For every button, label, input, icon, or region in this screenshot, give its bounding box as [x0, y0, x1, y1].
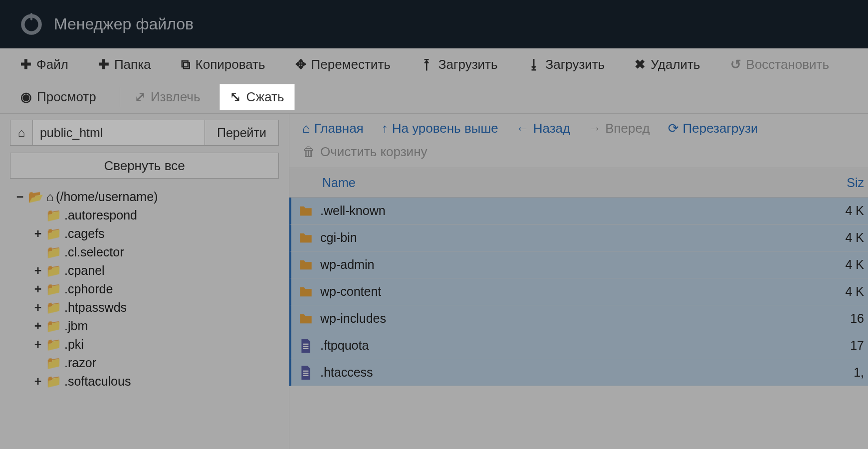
- main-panel: ⌂Главная ↑На уровень выше ←Назад →Вперед…: [289, 114, 868, 449]
- file-size: 4 K: [828, 204, 868, 218]
- separator: [120, 87, 120, 107]
- home-button[interactable]: ⌂: [10, 120, 33, 146]
- tree-item[interactable]: +📁.cphorde: [10, 280, 279, 298]
- col-name-header[interactable]: Name: [320, 176, 828, 190]
- expand-icon[interactable]: +: [33, 337, 43, 352]
- tree-item-label: .jbm: [64, 319, 88, 333]
- tree-item[interactable]: +📁.cpanel: [10, 261, 279, 280]
- table-header: Name Siz: [289, 168, 868, 198]
- table-row[interactable]: cgi-bin4 K: [289, 224, 868, 251]
- move-icon: ✥: [295, 57, 306, 72]
- expand-icon[interactable]: +: [33, 374, 43, 389]
- file-size: 4 K: [828, 284, 868, 299]
- upload-button[interactable]: ⭱Загрузить: [410, 51, 508, 78]
- folder-icon: 📁: [46, 337, 61, 352]
- upload-icon: ⭱: [421, 57, 434, 72]
- tree-root-label: (/home/username): [56, 190, 158, 204]
- file-name: wp-content: [320, 284, 828, 299]
- plus-icon: ✚: [98, 57, 109, 72]
- tree-item[interactable]: +📁.softaculous: [10, 372, 279, 391]
- tree-item-label: .cpanel: [64, 263, 105, 278]
- svg-rect-4: [303, 370, 309, 371]
- expand-icon[interactable]: +: [33, 300, 43, 315]
- tree-item-label: .cphorde: [64, 282, 113, 296]
- tree-item-label: .cagefs: [64, 226, 105, 241]
- file-name: .htaccess: [320, 365, 828, 380]
- file-name: wp-includes: [320, 311, 828, 326]
- tree-item[interactable]: 📁.autorespond: [10, 206, 279, 224]
- move-button[interactable]: ✥Переместить: [285, 51, 401, 78]
- nav-home[interactable]: ⌂Главная: [302, 121, 364, 136]
- copy-icon: ⧉: [181, 57, 191, 72]
- table-row[interactable]: wp-content4 K: [289, 278, 868, 305]
- expand-icon[interactable]: +: [33, 282, 43, 296]
- file-name: .well-known: [320, 204, 828, 218]
- download-button[interactable]: ⭳Загрузить: [517, 51, 616, 78]
- path-input[interactable]: [33, 120, 205, 146]
- nav-reload[interactable]: ⟳Перезагрузи: [668, 121, 758, 136]
- sidebar: ⌂ Перейти Свернуть все − 📂 ⌂ (/home/user…: [0, 114, 289, 449]
- expand-icon[interactable]: +: [33, 263, 43, 278]
- file-size: 4 K: [828, 257, 868, 272]
- folder-button[interactable]: ✚Папка: [88, 51, 162, 78]
- tree-item-label: .htpasswds: [64, 300, 127, 315]
- file-size: 1,: [828, 365, 868, 380]
- tree-item-label: .razor: [64, 356, 96, 370]
- folder-icon: [291, 313, 320, 325]
- tree-root[interactable]: − 📂 ⌂ (/home/username): [10, 188, 279, 206]
- col-size-header[interactable]: Siz: [828, 176, 868, 190]
- compress-icon: ⤡: [230, 89, 241, 105]
- restore-icon: ↺: [730, 57, 741, 72]
- file-icon: [291, 366, 320, 380]
- home-icon: ⌂: [302, 121, 310, 136]
- nav-up[interactable]: ↑На уровень выше: [382, 121, 498, 136]
- expand-icon[interactable]: +: [33, 319, 43, 333]
- tree-item-label: .pki: [64, 337, 84, 352]
- tree-item[interactable]: +📁.jbm: [10, 317, 279, 335]
- file-size: 4 K: [828, 230, 868, 245]
- compress-button[interactable]: ⤡Сжать: [219, 84, 294, 110]
- file-size: 16: [828, 311, 868, 326]
- tree-item-label: .cl.selector: [64, 245, 124, 259]
- right-arrow-icon: →: [588, 121, 601, 136]
- download-icon: ⭳: [528, 57, 541, 72]
- table-row[interactable]: .htaccess1,: [289, 359, 868, 386]
- reload-icon: ⟳: [668, 121, 679, 136]
- folder-icon: 📁: [46, 356, 61, 370]
- folder-icon: 📁: [46, 319, 61, 333]
- folder-icon: 📁: [46, 374, 61, 389]
- plus-icon: ✚: [20, 57, 31, 72]
- folder-icon: 📁: [46, 300, 61, 315]
- copy-button[interactable]: ⧉Копировать: [171, 51, 276, 78]
- file-size: 17: [828, 338, 868, 353]
- extract-button[interactable]: ⤢Извлечь: [124, 84, 211, 110]
- go-button[interactable]: Перейти: [205, 120, 279, 146]
- collapse-icon[interactable]: −: [15, 190, 25, 204]
- table-row[interactable]: .ftpquota17: [289, 332, 868, 359]
- tree-item[interactable]: +📁.cagefs: [10, 224, 279, 243]
- nav-back[interactable]: ←Назад: [516, 121, 571, 136]
- tree-item[interactable]: 📁.cl.selector: [10, 243, 279, 261]
- delete-icon: ✖: [635, 57, 646, 72]
- nav-forward[interactable]: →Вперед: [588, 121, 650, 136]
- expand-icon: ⤢: [135, 89, 146, 105]
- expand-icon[interactable]: +: [33, 226, 43, 241]
- view-button[interactable]: ◉Просмотр: [10, 84, 107, 110]
- tree-item[interactable]: +📁.htpasswds: [10, 298, 279, 317]
- tree-item[interactable]: +📁.pki: [10, 335, 279, 354]
- tree-item-label: .autorespond: [64, 208, 137, 223]
- collapse-all-button[interactable]: Свернуть все: [10, 153, 279, 179]
- up-arrow-icon: ↑: [382, 121, 388, 136]
- delete-button[interactable]: ✖Удалить: [624, 51, 710, 78]
- tree-item[interactable]: 📁.razor: [10, 354, 279, 372]
- file-icon: [291, 339, 320, 353]
- file-button[interactable]: ✚Файл: [10, 51, 79, 78]
- table-row[interactable]: wp-includes16: [289, 305, 868, 332]
- table-row[interactable]: .well-known4 K: [289, 198, 868, 224]
- svg-rect-2: [303, 346, 309, 347]
- file-name: wp-admin: [320, 257, 828, 272]
- home-icon: ⌂: [18, 126, 25, 140]
- empty-trash[interactable]: 🗑Очистить корзину: [289, 140, 868, 168]
- restore-button[interactable]: ↺Восстановить: [720, 51, 840, 78]
- table-row[interactable]: wp-admin4 K: [289, 251, 868, 278]
